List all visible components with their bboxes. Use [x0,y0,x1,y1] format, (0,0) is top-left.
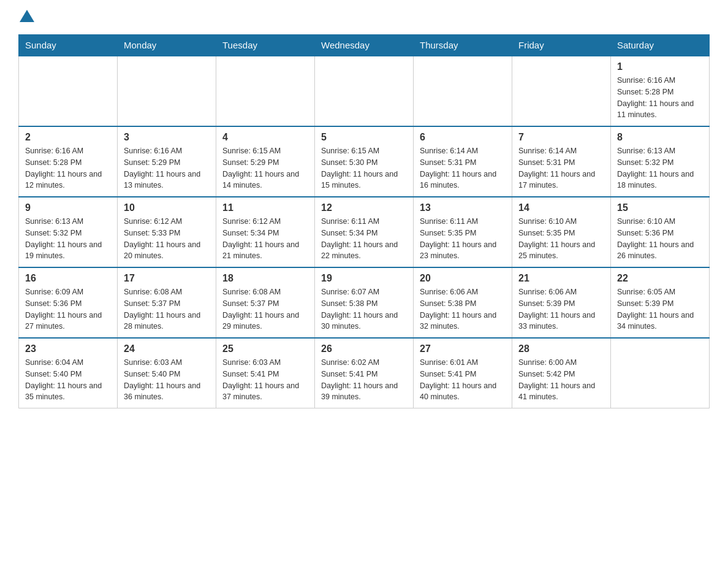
calendar-day-cell [118,56,216,126]
calendar-day-cell: 12Sunrise: 6:11 AM Sunset: 5:34 PM Dayli… [315,197,414,267]
logo [18,12,36,22]
calendar-day-cell: 1Sunrise: 6:16 AM Sunset: 5:28 PM Daylig… [611,56,710,126]
day-of-week-header: Tuesday [216,35,315,56]
calendar-day-cell [414,56,512,126]
calendar-header-row: SundayMondayTuesdayWednesdayThursdayFrid… [19,35,710,56]
day-info: Sunrise: 6:16 AM Sunset: 5:29 PM Dayligh… [124,145,210,191]
day-info: Sunrise: 6:10 AM Sunset: 5:36 PM Dayligh… [617,216,703,262]
calendar-day-cell: 18Sunrise: 6:08 AM Sunset: 5:37 PM Dayli… [216,267,315,338]
day-info: Sunrise: 6:07 AM Sunset: 5:38 PM Dayligh… [321,286,407,332]
day-number: 23 [25,343,111,354]
calendar-week-row: 16Sunrise: 6:09 AM Sunset: 5:36 PM Dayli… [19,267,710,338]
day-number: 25 [222,343,308,354]
day-info: Sunrise: 6:12 AM Sunset: 5:34 PM Dayligh… [222,216,308,262]
calendar-week-row: 2Sunrise: 6:16 AM Sunset: 5:28 PM Daylig… [19,126,710,197]
calendar-day-cell: 8Sunrise: 6:13 AM Sunset: 5:32 PM Daylig… [611,126,710,197]
calendar-day-cell [216,56,315,126]
day-number: 1 [617,61,703,72]
day-info: Sunrise: 6:11 AM Sunset: 5:35 PM Dayligh… [420,216,506,262]
calendar-day-cell: 6Sunrise: 6:14 AM Sunset: 5:31 PM Daylig… [414,126,512,197]
calendar-day-cell [19,56,118,126]
day-info: Sunrise: 6:03 AM Sunset: 5:40 PM Dayligh… [124,357,210,403]
day-number: 7 [518,132,604,143]
day-number: 8 [617,132,703,143]
day-number: 22 [617,273,703,284]
day-number: 17 [124,273,210,284]
calendar-day-cell: 21Sunrise: 6:06 AM Sunset: 5:39 PM Dayli… [512,267,611,338]
day-number: 19 [321,273,407,284]
day-info: Sunrise: 6:04 AM Sunset: 5:40 PM Dayligh… [25,357,111,403]
calendar-day-cell: 16Sunrise: 6:09 AM Sunset: 5:36 PM Dayli… [19,267,118,338]
day-number: 9 [25,202,111,213]
day-number: 13 [420,202,506,213]
calendar-day-cell: 26Sunrise: 6:02 AM Sunset: 5:41 PM Dayli… [315,338,414,408]
day-number: 20 [420,273,506,284]
calendar-week-row: 23Sunrise: 6:04 AM Sunset: 5:40 PM Dayli… [19,338,710,408]
day-of-week-header: Friday [512,35,611,56]
calendar-day-cell: 2Sunrise: 6:16 AM Sunset: 5:28 PM Daylig… [19,126,118,197]
day-number: 2 [25,132,111,143]
day-info: Sunrise: 6:08 AM Sunset: 5:37 PM Dayligh… [222,286,308,332]
calendar-day-cell: 7Sunrise: 6:14 AM Sunset: 5:31 PM Daylig… [512,126,611,197]
day-info: Sunrise: 6:12 AM Sunset: 5:33 PM Dayligh… [124,216,210,262]
calendar-day-cell: 24Sunrise: 6:03 AM Sunset: 5:40 PM Dayli… [118,338,216,408]
calendar-day-cell: 25Sunrise: 6:03 AM Sunset: 5:41 PM Dayli… [216,338,315,408]
day-info: Sunrise: 6:03 AM Sunset: 5:41 PM Dayligh… [222,357,308,403]
calendar-day-cell: 3Sunrise: 6:16 AM Sunset: 5:29 PM Daylig… [118,126,216,197]
day-number: 28 [518,343,604,354]
day-of-week-header: Thursday [414,35,512,56]
calendar-day-cell: 14Sunrise: 6:10 AM Sunset: 5:35 PM Dayli… [512,197,611,267]
day-number: 11 [222,202,308,213]
calendar-day-cell: 15Sunrise: 6:10 AM Sunset: 5:36 PM Dayli… [611,197,710,267]
day-number: 16 [25,273,111,284]
calendar-table: SundayMondayTuesdayWednesdayThursdayFrid… [18,34,710,408]
day-info: Sunrise: 6:16 AM Sunset: 5:28 PM Dayligh… [617,75,703,121]
calendar-day-cell: 11Sunrise: 6:12 AM Sunset: 5:34 PM Dayli… [216,197,315,267]
day-info: Sunrise: 6:08 AM Sunset: 5:37 PM Dayligh… [124,286,210,332]
day-number: 24 [124,343,210,354]
day-number: 5 [321,132,407,143]
page-header [18,12,710,22]
logo-triangle-icon [20,10,34,22]
calendar-day-cell: 28Sunrise: 6:00 AM Sunset: 5:42 PM Dayli… [512,338,611,408]
calendar-day-cell: 27Sunrise: 6:01 AM Sunset: 5:41 PM Dayli… [414,338,512,408]
day-number: 14 [518,202,604,213]
day-number: 4 [222,132,308,143]
day-info: Sunrise: 6:13 AM Sunset: 5:32 PM Dayligh… [25,216,111,262]
day-number: 21 [518,273,604,284]
day-number: 6 [420,132,506,143]
calendar-day-cell: 23Sunrise: 6:04 AM Sunset: 5:40 PM Dayli… [19,338,118,408]
day-number: 3 [124,132,210,143]
calendar-day-cell: 13Sunrise: 6:11 AM Sunset: 5:35 PM Dayli… [414,197,512,267]
calendar-day-cell: 17Sunrise: 6:08 AM Sunset: 5:37 PM Dayli… [118,267,216,338]
day-of-week-header: Monday [118,35,216,56]
day-info: Sunrise: 6:16 AM Sunset: 5:28 PM Dayligh… [25,145,111,191]
day-info: Sunrise: 6:06 AM Sunset: 5:39 PM Dayligh… [518,286,604,332]
day-number: 15 [617,202,703,213]
calendar-day-cell: 22Sunrise: 6:05 AM Sunset: 5:39 PM Dayli… [611,267,710,338]
day-info: Sunrise: 6:13 AM Sunset: 5:32 PM Dayligh… [617,145,703,191]
day-info: Sunrise: 6:14 AM Sunset: 5:31 PM Dayligh… [420,145,506,191]
calendar-day-cell [512,56,611,126]
calendar-day-cell [315,56,414,126]
calendar-day-cell: 10Sunrise: 6:12 AM Sunset: 5:33 PM Dayli… [118,197,216,267]
calendar-day-cell: 5Sunrise: 6:15 AM Sunset: 5:30 PM Daylig… [315,126,414,197]
calendar-day-cell: 20Sunrise: 6:06 AM Sunset: 5:38 PM Dayli… [414,267,512,338]
day-info: Sunrise: 6:11 AM Sunset: 5:34 PM Dayligh… [321,216,407,262]
calendar-day-cell: 19Sunrise: 6:07 AM Sunset: 5:38 PM Dayli… [315,267,414,338]
calendar-day-cell: 9Sunrise: 6:13 AM Sunset: 5:32 PM Daylig… [19,197,118,267]
day-info: Sunrise: 6:15 AM Sunset: 5:30 PM Dayligh… [321,145,407,191]
day-info: Sunrise: 6:14 AM Sunset: 5:31 PM Dayligh… [518,145,604,191]
day-number: 18 [222,273,308,284]
day-info: Sunrise: 6:02 AM Sunset: 5:41 PM Dayligh… [321,357,407,403]
day-of-week-header: Saturday [611,35,710,56]
day-number: 10 [124,202,210,213]
day-info: Sunrise: 6:09 AM Sunset: 5:36 PM Dayligh… [25,286,111,332]
calendar-day-cell: 4Sunrise: 6:15 AM Sunset: 5:29 PM Daylig… [216,126,315,197]
day-info: Sunrise: 6:10 AM Sunset: 5:35 PM Dayligh… [518,216,604,262]
day-of-week-header: Sunday [19,35,118,56]
day-number: 26 [321,343,407,354]
day-info: Sunrise: 6:00 AM Sunset: 5:42 PM Dayligh… [518,357,604,403]
day-info: Sunrise: 6:15 AM Sunset: 5:29 PM Dayligh… [222,145,308,191]
calendar-day-cell [611,338,710,408]
